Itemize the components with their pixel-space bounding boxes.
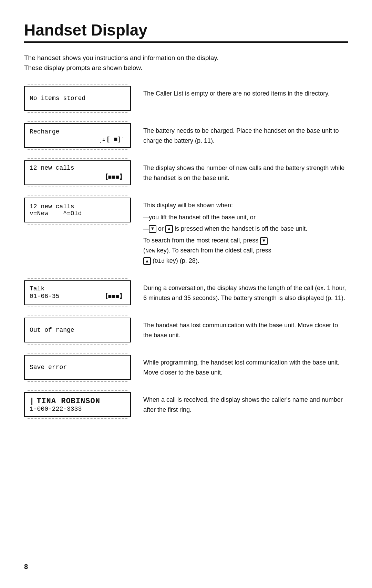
page-title: Handset Display [24, 21, 348, 39]
talk-line1: Talk [30, 285, 125, 292]
desc-talk: During a conversation, the display shows… [143, 280, 348, 305]
display-box-12calls-off: 12 new calls v=New ^=Old [24, 198, 131, 222]
up-arrow-icon: ▲ [165, 225, 173, 233]
save-error-line1: Save error [30, 364, 125, 371]
desc-12calls-off: This display will be shown when: you lif… [143, 198, 348, 268]
display-box-wrap-12calls-off: 12 new calls v=New ^=Old [24, 198, 131, 222]
no-items-line1: No items stored [30, 95, 125, 102]
display-box-no-items: No items stored [24, 86, 131, 111]
battery-icon-talk: 【■■■】 [102, 292, 125, 300]
intro-text: The handset shows you instructions and i… [24, 53, 348, 73]
desc-talk-text: During a conversation, the display shows… [143, 283, 348, 303]
desc-save-error: While programming, the handset lost comm… [143, 355, 348, 380]
display-box-talk: Talk 01-06-35 【■■■】 [24, 280, 131, 305]
desc-12calls-off-intro: This display will be shown when: [143, 200, 348, 210]
down-arrow-icon2: ▼ [260, 237, 268, 245]
12calls-off-line2: v=New ^=Old [30, 210, 125, 217]
desc-12calls-base-text: The display shows the number of new call… [143, 163, 348, 183]
battery-icon-12calls: 【■■■】 [102, 173, 125, 181]
desc-12calls-off-item1: you lift the handset off the base unit, … [143, 212, 348, 222]
display-row-callerid: | TINA ROBINSON 1-000-222-3333 When a ca… [24, 392, 348, 417]
display-row-talk: Talk 01-06-35 【■■■】 During a conversatio… [24, 280, 348, 305]
display-row-save-error: Save error While programming, the handse… [24, 355, 348, 380]
callerid-marker: | [30, 397, 34, 406]
talk-timer: 01-06-35 [30, 293, 59, 300]
battery-row-12calls: 【■■■】 [30, 173, 125, 181]
display-box-callerid: | TINA ROBINSON 1-000-222-3333 [24, 392, 131, 417]
desc-12calls-base: The display shows the number of new call… [143, 160, 348, 185]
12calls-off-line1: 12 new calls [30, 203, 125, 210]
display-box-wrap-save-error: Save error [24, 355, 131, 380]
desc-out-of-range-text: The handset has lost communication with … [143, 320, 348, 340]
display-box-wrap-callerid: | TINA ROBINSON 1-000-222-3333 [24, 392, 131, 417]
display-box-wrap-recharge: Recharge ˎ ı [ ■] ˊ [24, 123, 131, 148]
desc-callerid: When a call is received, the display sho… [143, 392, 348, 417]
desc-no-items-text: The Caller List is empty or there are no… [143, 89, 348, 99]
desc-12calls-off-extra: To search from the most recent call, pre… [143, 236, 348, 266]
down-arrow-icon: ▼ [149, 225, 156, 233]
desc-12calls-off-list: you lift the handset off the base unit, … [143, 212, 348, 234]
display-box-wrap-12calls-base: 12 new calls 【■■■】 [24, 160, 131, 185]
recharge-sym2: ı [102, 137, 105, 142]
old-key-label: Old [155, 258, 165, 265]
display-box-recharge: Recharge ˎ ı [ ■] ˊ [24, 123, 131, 148]
12calls-line1: 12 new calls [30, 165, 125, 171]
display-row-recharge: Recharge ˎ ı [ ■] ˊ The battery needs to… [24, 123, 348, 148]
new-key-label: New [145, 248, 155, 254]
display-box-save-error: Save error [24, 355, 131, 380]
talk-row2: 01-06-35 【■■■】 [30, 292, 125, 300]
desc-recharge: The battery needs to be charged. Place t… [143, 123, 348, 148]
recharge-battery: [ ■] [106, 136, 121, 143]
out-of-range-line1: Out of range [30, 327, 125, 333]
recharge-sym1: ˎ [99, 136, 102, 143]
recharge-sym3: ˊ [122, 137, 124, 142]
desc-out-of-range: The handset has lost communication with … [143, 318, 348, 342]
display-row-out-of-range: Out of range The handset has lost commun… [24, 318, 348, 342]
display-rows: No items stored The Caller List is empty… [24, 86, 348, 429]
display-box-out-of-range: Out of range [24, 318, 131, 342]
desc-recharge-text: The battery needs to be charged. Place t… [143, 126, 348, 146]
callerid-name: TINA ROBINSON [37, 397, 100, 406]
display-row-12calls-off: 12 new calls v=New ^=Old This display wi… [24, 198, 348, 268]
desc-callerid-text: When a call is received, the display sho… [143, 395, 348, 415]
recharge-symbols: ˎ ı [ ■] ˊ [30, 136, 125, 143]
title-divider [24, 41, 348, 43]
display-row-12calls-base: 12 new calls 【■■■】 The display shows the… [24, 160, 348, 185]
up-arrow-icon2: ▲ [143, 257, 151, 265]
display-box-wrap-out-of-range: Out of range [24, 318, 131, 342]
page-number: 8 [24, 563, 28, 571]
callerid-number: 1-000-222-3333 [30, 406, 125, 412]
recharge-line1: Recharge [30, 128, 125, 135]
desc-save-error-text: While programming, the handset lost comm… [143, 358, 348, 378]
display-box-12calls-base: 12 new calls 【■■■】 [24, 160, 131, 185]
display-row-no-items: No items stored The Caller List is empty… [24, 86, 348, 111]
display-box-wrap-no-items: No items stored [24, 86, 131, 111]
desc-12calls-off-item2: ▼ or ▲ is pressed when the handset is of… [143, 224, 348, 234]
desc-no-items: The Caller List is empty or there are no… [143, 86, 348, 101]
callerid-name-row: | TINA ROBINSON [30, 397, 125, 406]
display-box-wrap-talk: Talk 01-06-35 【■■■】 [24, 280, 131, 305]
